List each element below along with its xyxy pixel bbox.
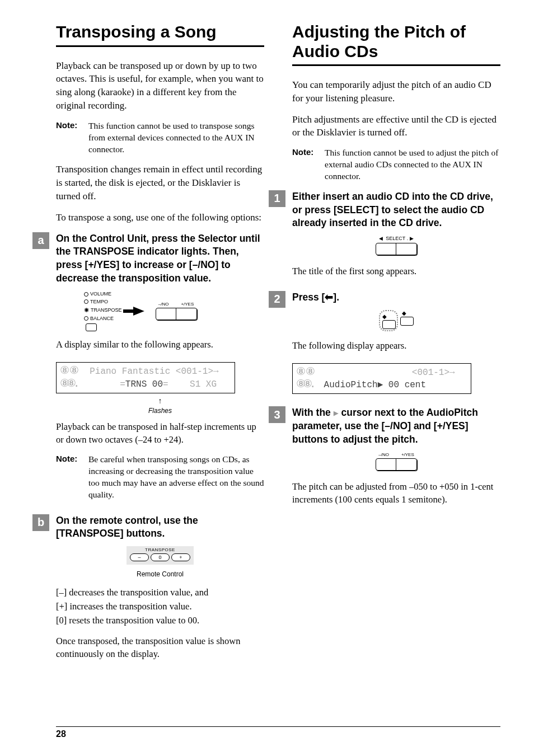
step-num-1: 1	[269, 190, 285, 207]
lcd2-line2: AudioPitch▶ 00 cent	[313, 380, 447, 390]
remote-figure: TRANSPOSE – 0 + Remote Control	[56, 546, 264, 578]
note-label: Note:	[292, 147, 319, 182]
step-2-body: Press [⬅]. ◆ ◆ The following display app…	[292, 291, 500, 397]
remote-caption: Remote Control	[56, 570, 264, 578]
no-label-3: –/NO	[378, 452, 389, 457]
noyes-block-a: –/NO +/YES	[156, 302, 197, 320]
left-title: Transposing a Song	[56, 22, 264, 42]
label-balance: BALANCE	[90, 315, 114, 323]
step-2: 2 Press [⬅]. ◆ ◆ The following display a…	[292, 291, 500, 397]
page-columns: Transposing a Song Playback can be trans…	[56, 22, 500, 674]
step-letter-b: b	[32, 514, 49, 531]
label-tempo: TEMPO	[90, 298, 108, 306]
right-note1: Note: This function cannot be used to ad…	[292, 147, 500, 182]
remote-plus-button[interactable]: +	[171, 553, 190, 561]
note-text: This function cannot be used to transpos…	[88, 120, 264, 156]
label-transpose: TRANSPOSE	[91, 307, 122, 314]
step-b-body: On the remote control, use the [TRANSPOS…	[56, 514, 264, 669]
right-column: Adjusting the Pitch of Audio CDs You can…	[292, 22, 500, 674]
cursor-right-button[interactable]	[400, 317, 414, 326]
step-3-body: With the ▶ cursor next to the AudioPitch…	[292, 406, 500, 514]
selector-labels: VOLUME TEMPO ✺TRANSPOSE BALANCE	[84, 290, 122, 331]
step-1-after: The title of the first song appears.	[292, 265, 500, 278]
remote-minus-button[interactable]: –	[130, 553, 149, 561]
arrow-right-icon: ◆	[402, 310, 406, 316]
dotted-highlight-icon: ◆	[379, 310, 398, 331]
yes-label-3: +/YES	[401, 452, 414, 457]
no-label: –/NO	[158, 302, 169, 307]
step-2-after: The following display appears.	[292, 339, 500, 352]
remote-zero-button[interactable]: 0	[151, 553, 170, 561]
step-b-line1: [–] decreases the transposition value, a…	[56, 586, 264, 599]
yes-label: +/YES	[181, 302, 194, 307]
led-transpose-icon: ✺	[84, 306, 89, 315]
right-intro: You can temporarily adjust the pitch of …	[292, 78, 500, 105]
lcd-display-2: ⑧⑧ <001-1>→ ⑧⑧. AudioPitch▶ 00 cent	[292, 363, 471, 395]
triangle-left-icon: ◀	[379, 236, 383, 241]
remote-box: TRANSPOSE – 0 +	[127, 546, 194, 565]
note-text: This function cannot be used to adjust t…	[325, 147, 500, 182]
lcd-a-line2a: =	[77, 379, 125, 389]
footer-rule	[56, 726, 500, 727]
noyes-figure-3: –/NO +/YES	[292, 452, 500, 472]
step-letter-a: a	[32, 232, 49, 249]
note-label: Note:	[56, 454, 83, 501]
step-1-body: Either insert an audio CD into the CD dr…	[292, 190, 500, 285]
lcd2-line1: <001-1>→	[315, 368, 455, 378]
step-b-title: On the remote control, use the [TRANSPOS…	[56, 514, 264, 541]
led-tempo-icon	[84, 299, 88, 304]
step-a-after1: A display similar to the following appea…	[56, 338, 264, 351]
step-2-title: Press [⬅].	[292, 291, 500, 304]
left-para2: Transposition changes remain in effect u…	[56, 163, 264, 203]
selector-button[interactable]	[86, 323, 97, 331]
step-b-line4: Once transposed, the transposition value…	[56, 635, 264, 660]
note-label: Note:	[56, 120, 83, 156]
lcd-a-line2c: = S1 XG	[163, 379, 222, 389]
up-arrow-icon: ↑	[56, 397, 264, 406]
selector-figure: VOLUME TEMPO ✺TRANSPOSE BALANCE –/NO +/Y…	[84, 290, 264, 331]
page-footer: 28	[56, 726, 500, 739]
note-text: Be careful when transposing songs on CDs…	[88, 454, 264, 501]
step-3-title: With the ▶ cursor next to the AudioPitch…	[292, 406, 500, 447]
led-balance-icon	[84, 316, 88, 321]
page-number: 28	[56, 729, 500, 739]
title-rule-right	[292, 64, 500, 66]
arrow-right-icon	[133, 307, 144, 316]
step-num-3: 3	[269, 406, 285, 423]
cursor-left-button[interactable]	[382, 320, 396, 329]
remote-label: TRANSPOSE	[130, 547, 190, 552]
left-para3: To transpose a song, use one of the foll…	[56, 211, 264, 224]
step-3-title-p1: With the	[292, 407, 334, 418]
noyes-buttons-3[interactable]	[376, 458, 417, 471]
select-figure: ◀ SELECT . ▶	[292, 236, 500, 257]
step-a-after2: Playback can be transposed in half-step …	[56, 420, 264, 446]
step-b-line3: [0] resets the transposition value to 00…	[56, 614, 264, 627]
cursor-figure: ◆ ◆	[292, 310, 500, 331]
triangle-right-icon: ▶	[410, 236, 414, 241]
left-note1: Note: This function cannot be used to tr…	[56, 120, 264, 156]
title-rule-left	[56, 45, 264, 47]
step-a-note2: Note: Be careful when transposing songs …	[56, 454, 264, 501]
step-a-title: On the Control Unit, press the Selector …	[56, 232, 264, 285]
lcd-a-line1: Piano Fantastic <001-1>→	[79, 367, 219, 377]
lcd-a-line2b: TRNS 00	[125, 379, 163, 389]
step-3: 3 With the ▶ cursor next to the AudioPit…	[292, 406, 500, 514]
right-title: Adjusting the Pitch of Audio CDs	[292, 22, 500, 61]
arrow-left-icon: ◆	[382, 313, 387, 320]
step-num-2: 2	[269, 291, 285, 308]
select-buttons[interactable]	[376, 243, 417, 255]
step-1-title: Either insert an audio CD into the CD dr…	[292, 190, 500, 230]
led-volume-icon	[84, 292, 88, 297]
step-3-after: The pitch can be adjusted from –050 to +…	[292, 480, 500, 506]
cursor-glyph-icon: ▶	[334, 409, 339, 419]
noyes-buttons[interactable]	[156, 308, 197, 320]
lcd-display-a: ⑧⑧ Piano Fantastic <001-1>→ ⑧⑧. =TRNS 00…	[56, 362, 235, 393]
left-intro: Playback can be transposed up or down by…	[56, 59, 264, 112]
step-a-body: On the Control Unit, press the Selector …	[56, 232, 264, 509]
step-1: 1 Either insert an audio CD into the CD …	[292, 190, 500, 285]
step-b-line2: [+] increases the transposition value.	[56, 600, 264, 613]
left-column: Transposing a Song Playback can be trans…	[56, 22, 264, 674]
step-a: a On the Control Unit, press the Selecto…	[56, 232, 264, 509]
step-b: b On the remote control, use the [TRANSP…	[56, 514, 264, 669]
select-label-text: SELECT	[386, 236, 405, 241]
